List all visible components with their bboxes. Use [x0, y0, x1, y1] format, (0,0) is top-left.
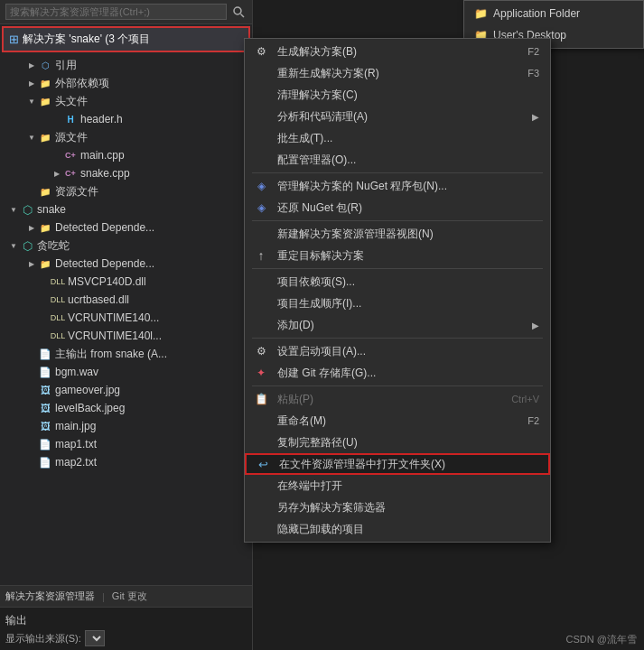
- tree-item-refs[interactable]: ▶ ⬡ 引用: [0, 56, 252, 74]
- arrow-snake-cpp: ▶: [51, 170, 63, 178]
- menu-label-restore-nuget: 还原 NuGet 包(R): [277, 200, 539, 216]
- menu-label-save-filter: 另存为解决方案筛选器: [277, 500, 539, 515]
- icon-folder-det2: 📁: [38, 256, 52, 271]
- menu-item-copy-path[interactable]: 复制完整路径(U): [245, 432, 550, 453]
- menu-item-restore-nuget[interactable]: ◈ 还原 NuGet 包(R): [245, 197, 550, 218]
- menu-item-open-terminal[interactable]: 在终端中打开: [245, 475, 550, 497]
- tree-item-snake-project[interactable]: ▼ ⬡ snake: [0, 200, 252, 218]
- menu-label-add: 添加(D): [277, 318, 525, 333]
- tree-item-vcruntime1[interactable]: DLL VCRUNTIME140...: [0, 309, 252, 327]
- menu-icon-open-terminal: [252, 477, 270, 495]
- tree-item-levelback[interactable]: 🖼 levelBack.jpeg: [0, 399, 252, 417]
- label-app-folder: Application Folder: [493, 7, 580, 20]
- label-map1: map1.txt: [55, 438, 97, 450]
- tree-item-detected2[interactable]: ▶ 📁 Detected Depende...: [0, 255, 252, 273]
- menu-label-open-folder: 在文件资源管理器中打开文件夹(X): [279, 457, 537, 472]
- label-bgm: bgm.wav: [55, 366, 98, 378]
- menu-item-new-view[interactable]: 新建解决方案资源管理器视图(N): [245, 223, 550, 245]
- output-title: 输出: [5, 611, 247, 630]
- label-vcruntime2: VCRUNTIME140l...: [68, 330, 162, 342]
- menu-item-retarget[interactable]: ↑ 重定目标解决方案: [245, 245, 550, 266]
- icon-greedy: ⬡: [20, 238, 34, 253]
- icon-dll-vcr2: DLL: [51, 329, 65, 343]
- shortcut-rename: F2: [527, 415, 539, 426]
- tree-item-main-jpg[interactable]: 🖼 main.jpg: [0, 417, 252, 435]
- label-resource: 资源文件: [55, 184, 98, 200]
- tree-item-gameover[interactable]: 🖼 gameover.jpg: [0, 381, 252, 399]
- tree-item-ucrtbased[interactable]: DLL ucrtbased.dll: [0, 291, 252, 309]
- menu-item-paste[interactable]: 📋 粘贴(P) Ctrl+V: [245, 388, 550, 410]
- menu-item-project-deps[interactable]: 项目依赖项(S)...: [245, 271, 550, 292]
- tab-git-changes[interactable]: Git 更改: [112, 590, 147, 603]
- solution-header[interactable]: ⊞ 解决方案 'snake' (3 个项目: [2, 26, 250, 52]
- shortcut-rebuild: F3: [527, 68, 539, 79]
- menu-item-build[interactable]: ⚙ 生成解决方案(B) F2: [245, 41, 550, 62]
- menu-item-add[interactable]: 添加(D) ▶: [245, 314, 550, 336]
- menu-icon-nuget: ◈: [252, 177, 270, 195]
- tree-item-snake-cpp[interactable]: ▶ C+ snake.cpp: [0, 164, 252, 182]
- tooltip-item-app-folder[interactable]: 📁 Application Folder: [464, 3, 643, 24]
- menu-item-rename[interactable]: 重命名(M) F2: [245, 410, 550, 432]
- menu-icon-add: [252, 316, 270, 334]
- menu-icon-save-filter: [252, 498, 270, 516]
- menu-icon-rename: [252, 412, 270, 430]
- menu-label-rebuild: 重新生成解决方案(R): [277, 66, 509, 81]
- menu-item-rebuild[interactable]: 重新生成解决方案(R) F3: [245, 62, 550, 84]
- menu-item-nuget[interactable]: ◈ 管理解决方案的 NuGet 程序包(N)...: [245, 175, 550, 197]
- icon-folder-det1: 📁: [38, 220, 52, 235]
- menu-item-hide-loaded[interactable]: 隐藏已卸载的项目: [245, 518, 550, 540]
- menu-label-set-startup: 设置启动项目(A)...: [277, 344, 539, 359]
- menu-item-build-order[interactable]: 项目生成顺序(I)...: [245, 292, 550, 314]
- label-main-cpp: main.cpp: [80, 149, 125, 162]
- menu-item-create-git[interactable]: ✦ 创建 Git 存储库(G)...: [245, 362, 550, 384]
- tree-item-resource[interactable]: 📁 资源文件: [0, 182, 252, 200]
- menu-icon-build: ⚙: [252, 42, 270, 60]
- tree-item-header-h[interactable]: H header.h: [0, 110, 252, 128]
- label-refs: 引用: [55, 58, 77, 73]
- icon-dll-msvcp: DLL: [51, 274, 65, 289]
- label-msvcp: MSVCP140D.dll: [68, 275, 146, 288]
- menu-item-analyze[interactable]: 分析和代码清理(A) ▶: [245, 106, 550, 127]
- label-source: 源文件: [55, 130, 88, 145]
- menu-icon-restore-nuget: ◈: [252, 199, 270, 217]
- tree-item-main-cpp[interactable]: C+ main.cpp: [0, 146, 252, 164]
- label-snake-cpp: snake.cpp: [80, 167, 130, 180]
- menu-item-batch[interactable]: 批生成(T)...: [245, 127, 550, 149]
- submenu-arrow-analyze: ▶: [532, 112, 539, 122]
- icon-folder-source: 📁: [38, 130, 52, 144]
- arrow-ext: ▶: [25, 79, 38, 88]
- arrow-source: ▼: [25, 134, 38, 142]
- icon-folder-headers: 📁: [38, 94, 52, 108]
- menu-label-retarget: 重定目标解决方案: [277, 248, 539, 264]
- tab-solution-explorer[interactable]: 解决方案资源管理器: [5, 590, 95, 603]
- icon-snake-proj: ⬡: [20, 202, 34, 217]
- tree-item-bgm[interactable]: 📄 bgm.wav: [0, 363, 252, 381]
- menu-item-clean[interactable]: 清理解决方案(C): [245, 84, 550, 106]
- tree-item-external-deps[interactable]: ▶ 📁 外部依赖项: [0, 74, 252, 92]
- tree-item-map2[interactable]: 📄 map2.txt: [0, 453, 252, 471]
- menu-item-config[interactable]: 配置管理器(O)...: [245, 149, 550, 171]
- tree-item-msvcp[interactable]: DLL MSVCP140D.dll: [0, 273, 252, 291]
- tree-item-vcruntime2[interactable]: DLL VCRUNTIME140l...: [0, 327, 252, 345]
- search-icon-button[interactable]: [230, 4, 247, 20]
- tree-item-greedy-snake[interactable]: ▼ ⬡ 贪吃蛇: [0, 237, 252, 255]
- bottom-tabs: 解决方案资源管理器 | Git 更改: [0, 585, 252, 607]
- arrow-headers: ▼: [25, 98, 38, 106]
- menu-icon-config: [252, 151, 270, 169]
- tree-item-map1[interactable]: 📄 map1.txt: [0, 435, 252, 453]
- icon-file-zhuchu: 📄: [38, 347, 52, 361]
- label-header-h: header.h: [80, 113, 123, 125]
- tree-item-source[interactable]: ▼ 📁 源文件: [0, 128, 252, 146]
- output-source-select[interactable]: [85, 630, 105, 646]
- search-input[interactable]: [5, 4, 227, 20]
- tree-item-detected1[interactable]: ▶ 📁 Detected Depende...: [0, 218, 252, 237]
- separator-1: [252, 172, 543, 173]
- tree-item-headers[interactable]: ▼ 📁 头文件: [0, 92, 252, 110]
- menu-icon-open-folder: ↩: [254, 455, 272, 473]
- menu-item-open-folder[interactable]: ↩ 在文件资源管理器中打开文件夹(X): [245, 453, 550, 475]
- menu-label-batch: 批生成(T)...: [277, 131, 539, 146]
- menu-icon-project-deps: [252, 273, 270, 291]
- menu-item-set-startup[interactable]: ⚙ 设置启动项目(A)...: [245, 340, 550, 362]
- menu-item-save-filter[interactable]: 另存为解决方案筛选器: [245, 497, 550, 518]
- tree-item-zhuchu[interactable]: 📄 主输出 from snake (A...: [0, 345, 252, 363]
